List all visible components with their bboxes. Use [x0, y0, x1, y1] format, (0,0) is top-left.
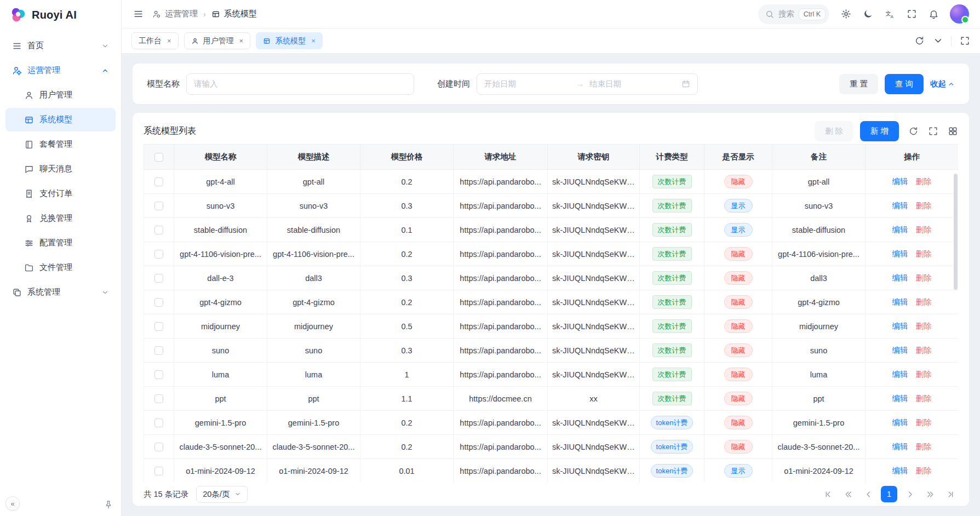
notification-icon[interactable] — [928, 9, 939, 20]
row-delete-link[interactable]: 删除 — [916, 249, 932, 258]
row-delete-link[interactable]: 删除 — [916, 273, 932, 282]
cell-request-url: https://api.pandarobo... — [454, 435, 548, 459]
row-delete-link[interactable]: 删除 — [916, 177, 932, 186]
row-delete-link[interactable]: 删除 — [916, 322, 932, 330]
edit-link[interactable]: 编辑 — [892, 346, 908, 354]
edit-link[interactable]: 编辑 — [892, 177, 908, 186]
edit-link[interactable]: 编辑 — [892, 370, 908, 379]
avatar[interactable] — [950, 4, 969, 24]
sidebar-collapse-button[interactable]: « — [5, 496, 20, 511]
row-checkbox[interactable] — [154, 177, 163, 186]
cell-select — [144, 218, 174, 242]
page-size-select[interactable]: 20条/页 — [196, 486, 248, 503]
fast-forward-button[interactable] — [922, 486, 938, 502]
collapse-filter-link[interactable]: 收起 — [930, 79, 955, 89]
row-checkbox[interactable] — [154, 370, 163, 379]
sidebar-item-exchange-management[interactable]: 兑换管理 — [5, 207, 116, 230]
operations-icon — [152, 10, 161, 19]
close-icon[interactable]: × — [167, 37, 171, 45]
sidebar-item-payment-orders[interactable]: 支付订单 — [5, 182, 116, 205]
expand-table-icon[interactable] — [927, 126, 938, 137]
date-range-input[interactable]: 开始日期 → 结束日期 — [477, 73, 698, 95]
select-all-checkbox[interactable] — [154, 153, 163, 162]
fast-backward-button[interactable] — [840, 486, 856, 502]
row-checkbox[interactable] — [154, 394, 163, 403]
add-button[interactable]: 新 增 — [860, 121, 899, 141]
edit-link[interactable]: 编辑 — [892, 273, 908, 282]
sidebar-item-system-management[interactable]: 系统管理 — [5, 280, 116, 304]
model-icon — [24, 115, 34, 125]
column-settings-icon[interactable] — [947, 126, 958, 137]
row-delete-link[interactable]: 删除 — [916, 370, 932, 379]
last-page-button[interactable] — [943, 486, 958, 502]
edit-link[interactable]: 编辑 — [892, 201, 908, 210]
sidebar-item-system-model[interactable]: 系统模型 — [5, 108, 116, 131]
page-number-1[interactable]: 1 — [881, 486, 897, 502]
edit-link[interactable]: 编辑 — [892, 442, 908, 451]
delete-button[interactable]: 删 除 — [815, 121, 853, 141]
row-delete-link[interactable]: 删除 — [916, 442, 932, 451]
refresh-table-icon[interactable] — [908, 126, 919, 137]
edit-link[interactable]: 编辑 — [892, 322, 908, 330]
row-checkbox[interactable] — [154, 443, 163, 451]
pin-icon[interactable] — [104, 500, 113, 509]
tab-system-model[interactable]: 系统模型 × — [256, 32, 323, 49]
table-scrollbar[interactable] — [954, 174, 958, 290]
sidebar-item-config-management[interactable]: 配置管理 — [5, 231, 116, 255]
row-checkbox[interactable] — [154, 274, 163, 283]
row-checkbox[interactable] — [154, 346, 163, 355]
sidebar-item-file-management[interactable]: 文件管理 — [5, 256, 116, 279]
chevron-down-icon[interactable] — [932, 36, 943, 47]
query-button[interactable]: 查 询 — [885, 74, 924, 94]
row-delete-link[interactable]: 删除 — [916, 346, 932, 354]
reset-button[interactable]: 重 置 — [839, 74, 878, 94]
edit-link[interactable]: 编辑 — [892, 297, 908, 306]
tab-workbench[interactable]: 工作台 × — [131, 32, 179, 49]
edit-link[interactable]: 编辑 — [892, 249, 908, 258]
edit-link[interactable]: 编辑 — [892, 418, 908, 427]
app-logo[interactable]: Ruoyi AI — [0, 0, 121, 30]
row-checkbox[interactable] — [154, 298, 163, 307]
billing-type-tag: 次数计费 — [652, 392, 692, 405]
tab-user-management[interactable]: 用户管理 × — [184, 32, 251, 49]
breadcrumb-system-model[interactable]: 系统模型 — [211, 9, 257, 19]
table-row: claude-3-5-sonnet-20...claude-3-5-sonnet… — [144, 435, 959, 459]
sidebar-item-chat-messages[interactable]: 聊天消息 — [5, 157, 116, 181]
cell-model-desc: o1-mini-2024-09-12 — [267, 459, 360, 483]
sidebar-item-package-management[interactable]: 套餐管理 — [5, 133, 116, 156]
row-checkbox[interactable] — [154, 418, 163, 427]
search-input[interactable]: 搜索 Ctrl K — [758, 4, 829, 24]
row-checkbox[interactable] — [154, 322, 163, 331]
edit-link[interactable]: 编辑 — [892, 466, 908, 475]
close-icon[interactable]: × — [311, 37, 316, 45]
close-icon[interactable]: × — [239, 37, 244, 45]
language-icon[interactable]: 文A — [884, 9, 895, 20]
edit-link[interactable]: 编辑 — [892, 394, 908, 403]
breadcrumb-operations[interactable]: 运营管理 — [152, 9, 198, 19]
sidebar-item-home[interactable]: 首页 — [5, 34, 116, 58]
first-page-button[interactable] — [820, 486, 835, 502]
dark-mode-icon[interactable] — [862, 9, 873, 20]
row-checkbox[interactable] — [154, 226, 163, 234]
fullscreen-icon[interactable] — [906, 9, 917, 20]
row-checkbox[interactable] — [154, 202, 163, 210]
maximize-icon[interactable] — [959, 36, 970, 47]
refresh-icon[interactable] — [914, 36, 925, 47]
row-delete-link[interactable]: 删除 — [916, 418, 932, 427]
prev-page-button[interactable] — [861, 486, 876, 502]
row-delete-link[interactable]: 删除 — [916, 466, 932, 475]
create-time-label: 创建时间 — [437, 79, 470, 89]
next-page-button[interactable] — [902, 486, 918, 502]
row-checkbox[interactable] — [154, 467, 163, 475]
hamburger-icon[interactable] — [133, 9, 144, 20]
row-delete-link[interactable]: 删除 — [916, 201, 932, 210]
sidebar-item-operations[interactable]: 运营管理 — [5, 59, 116, 82]
row-checkbox[interactable] — [154, 250, 163, 259]
row-delete-link[interactable]: 删除 — [916, 225, 932, 234]
sidebar-item-user-management[interactable]: 用户管理 — [5, 83, 116, 107]
settings-icon[interactable] — [840, 9, 851, 20]
row-delete-link[interactable]: 删除 — [916, 394, 932, 403]
edit-link[interactable]: 编辑 — [892, 225, 908, 234]
model-name-input[interactable]: 请输入 — [186, 73, 414, 95]
row-delete-link[interactable]: 删除 — [916, 297, 932, 306]
